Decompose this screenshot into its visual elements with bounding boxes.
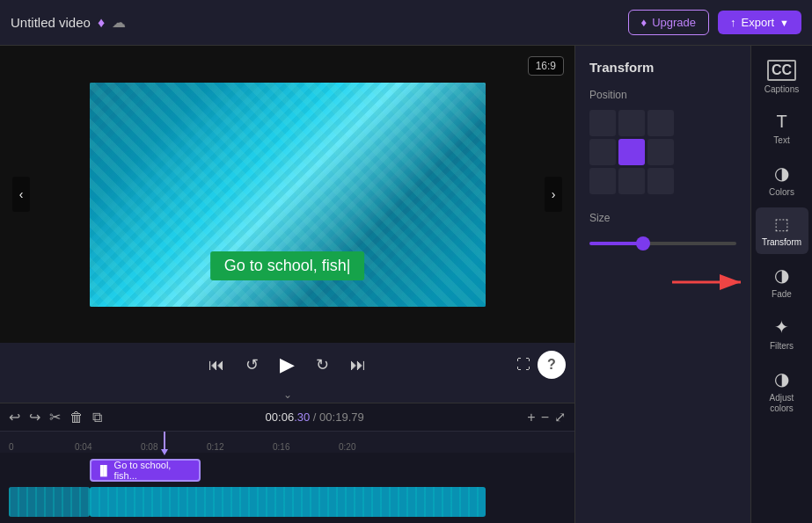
sidebar-item-colors[interactable]: ◑ Colors <box>756 156 808 204</box>
position-label: Position <box>589 89 736 101</box>
aspect-ratio-badge[interactable]: 16:9 <box>528 56 564 76</box>
video-controls: ⏮ ↺ ▶ ↻ ⏭ ⛶ ? <box>0 343 574 387</box>
timeline-toolbar: ↩ ↪ ✂ 🗑 ⧉ 00:06.30 / 00:19.79 + − ⤢ <box>0 403 574 432</box>
undo-button[interactable]: ↩ <box>9 409 20 425</box>
video-track-lane <box>9 487 566 519</box>
main-area: 16:9 ‹ Go to school, fish| › ⏮ ↺ ▶ ↻ ⏭ ⛶… <box>0 46 812 523</box>
nav-arrow-left[interactable]: ‹ <box>12 177 30 212</box>
adjust-colors-icon: ◑ <box>774 368 789 389</box>
fade-icon: ◑ <box>774 265 789 286</box>
pos-cell-top-right[interactable] <box>647 110 674 136</box>
header-right: ♦ Upgrade ↑ Export ▼ <box>628 10 801 35</box>
delete-button[interactable]: 🗑 <box>69 410 84 425</box>
pos-cell-bot-center[interactable] <box>618 168 645 194</box>
nav-arrow-right[interactable]: › <box>545 177 562 212</box>
upgrade-diamond-icon: ♦ <box>641 16 647 29</box>
zoom-controls: + − ⤢ <box>527 409 566 425</box>
header: Untitled video ♦ ☁ ♦ Upgrade ↑ Export ▼ <box>0 0 812 46</box>
pos-cell-mid-center[interactable] <box>618 139 645 165</box>
zoom-out-button[interactable]: − <box>541 410 549 425</box>
expand-timeline-button[interactable]: ⌄ <box>283 389 292 401</box>
sidebar-item-fade[interactable]: ◑ Fade <box>756 258 808 306</box>
size-label: Size <box>589 212 736 224</box>
project-title: Untitled video <box>11 15 91 30</box>
expand-row: ⌄ <box>0 387 574 403</box>
fade-label: Fade <box>772 289 792 299</box>
text-label: Text <box>773 135 789 145</box>
sidebar-item-transform[interactable]: ⬚ Transform <box>756 207 808 254</box>
zoom-in-button[interactable]: + <box>527 410 535 425</box>
tracks: ▐▌ Go to school, fish... <box>0 453 574 523</box>
ruler-mark-2: 0:08 <box>141 442 157 452</box>
caption-overlay: Go to school, fish| <box>210 251 365 280</box>
adjust-colors-label: Adjust colors <box>761 393 803 414</box>
video-clip-main[interactable] <box>90 487 486 517</box>
transform-icon: ⬚ <box>774 214 789 234</box>
play-button[interactable]: ▶ <box>276 350 298 380</box>
chevron-down-icon: ▼ <box>779 18 789 28</box>
video-clip-left[interactable] <box>9 487 90 517</box>
ruler-mark-5: 0:20 <box>339 442 355 452</box>
sidebar-item-adjust-colors[interactable]: ◑ Adjust colors <box>756 361 808 421</box>
clip-texture-main <box>90 487 486 517</box>
transform-panel: Transform Position Size <box>575 46 750 523</box>
filters-label: Filters <box>770 341 794 351</box>
fullscreen-button[interactable]: ⛶ <box>516 357 530 373</box>
colors-label: Colors <box>769 187 794 197</box>
playhead-triangle <box>161 449 168 455</box>
pos-cell-bot-right[interactable] <box>647 168 674 194</box>
time-display: 00:06.30 / 00:19.79 <box>266 410 364 424</box>
sidebar-item-captions[interactable]: CC Captions <box>756 53 808 101</box>
pos-cell-top-left[interactable] <box>589 110 616 136</box>
upgrade-button[interactable]: ♦ Upgrade <box>628 10 710 35</box>
pos-cell-mid-right[interactable] <box>647 139 674 165</box>
rewind-5s-button[interactable]: ↺ <box>242 352 262 378</box>
position-grid <box>589 110 736 194</box>
current-time: 00:06.30 <box>266 410 311 424</box>
caption-track: ▐▌ Go to school, fish... <box>9 458 566 484</box>
panel-title: Transform <box>589 60 736 75</box>
sidebar-item-filters[interactable]: ✦ Filters <box>756 309 808 358</box>
right-panel: Transform Position Size CC <box>574 46 812 523</box>
captions-icon: CC <box>767 60 796 81</box>
pos-cell-mid-left[interactable] <box>589 139 616 165</box>
upgrade-label: Upgrade <box>652 16 696 29</box>
cut-button[interactable]: ✂ <box>49 409 61 425</box>
text-icon: T <box>776 112 786 132</box>
size-section: Size <box>589 212 736 249</box>
export-upload-icon: ↑ <box>730 16 736 29</box>
video-preview: 16:9 ‹ Go to school, fish| › <box>0 46 574 343</box>
caption-clip-icon: ▐▌ <box>97 465 111 476</box>
pos-cell-bot-left[interactable] <box>589 168 616 194</box>
duplicate-button[interactable]: ⧉ <box>92 410 102 425</box>
crown-icon: ♦ <box>98 15 105 31</box>
fit-button[interactable]: ⤢ <box>554 409 566 425</box>
pos-cell-top-center[interactable] <box>618 110 645 136</box>
cloud-icon: ☁ <box>112 14 126 31</box>
transform-label: Transform <box>762 237 801 247</box>
help-button[interactable]: ? <box>538 351 566 379</box>
ruler-mark-4: 0:16 <box>273 442 289 452</box>
ruler-mark-0: 0 <box>9 442 14 452</box>
export-label: Export <box>742 16 775 29</box>
time-separator: / <box>313 410 319 424</box>
filters-icon: ✦ <box>774 316 789 338</box>
sidebar-item-text[interactable]: T Text <box>756 105 808 152</box>
skip-back-button[interactable]: ⏮ <box>205 352 228 378</box>
size-slider[interactable] <box>589 242 736 245</box>
video-frame: Go to school, fish| <box>90 83 486 307</box>
skip-forward-button[interactable]: ⏭ <box>347 352 369 378</box>
total-time: 00:19.79 <box>319 410 364 424</box>
caption-clip[interactable]: ▐▌ Go to school, fish... <box>90 459 201 482</box>
colors-icon: ◑ <box>774 163 789 184</box>
ruler-mark-1: 0:04 <box>75 442 91 452</box>
ruler-mark-3: 0:12 <box>207 442 223 452</box>
header-left: Untitled video ♦ ☁ <box>11 14 126 31</box>
redo-button[interactable]: ↪ <box>29 409 40 425</box>
export-button[interactable]: ↑ Export ▼ <box>718 11 801 34</box>
editor-area: 16:9 ‹ Go to school, fish| › ⏮ ↺ ▶ ↻ ⏭ ⛶… <box>0 46 574 523</box>
forward-5s-button[interactable]: ↻ <box>312 352 333 378</box>
clip-texture-left <box>9 487 90 517</box>
timeline-ruler: 0 0:04 0:08 0:12 0:16 0:20 <box>0 432 574 453</box>
side-toolbar: CC Captions T Text ◑ Colors ⬚ Transform … <box>750 46 812 523</box>
